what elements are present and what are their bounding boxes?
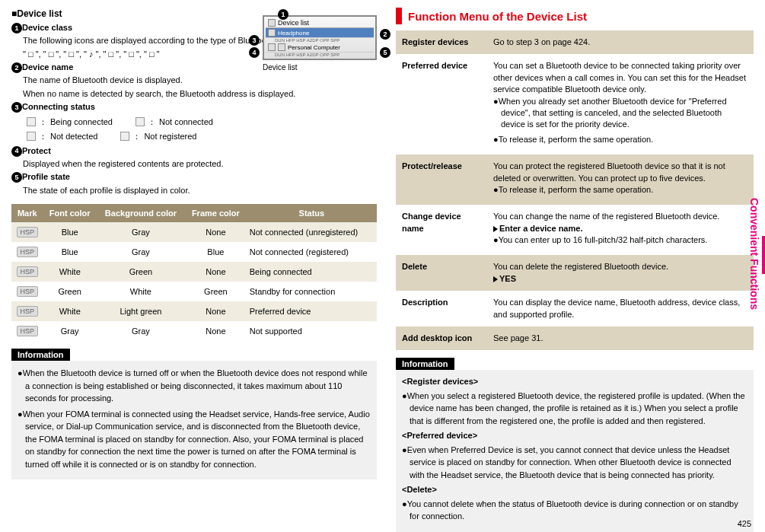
status-icon-notconnected	[135, 117, 145, 126]
img-row2: Personal Computer	[288, 44, 340, 51]
information-label-left: Information	[11, 349, 70, 361]
table-cell: Gray	[97, 242, 185, 262]
info-b-preferred: Even when Preferred Device is set, you c…	[407, 445, 732, 479]
subheading-device-name: Device name	[22, 62, 73, 72]
profile-state-text: The state of each profile is displayed i…	[23, 185, 377, 196]
status-notconnected: Not connected	[159, 117, 213, 126]
device-image-label: Device list	[263, 63, 377, 72]
num-3: 3	[11, 102, 22, 113]
callout-2: 2	[380, 29, 390, 40]
func-key: Add desktop icon	[396, 327, 487, 350]
function-menu-table: Register devicesGo to step 3 on page 424…	[396, 30, 754, 350]
table-cell: HSP	[11, 301, 43, 321]
func-row: DeleteYou can delete the registered Blue…	[396, 255, 754, 291]
info-h-register: <Register devices>	[402, 376, 747, 387]
hsp-badge: HSP	[17, 247, 39, 257]
table-cell: HSP	[11, 321, 43, 341]
func-row: DescriptionYou can display the device na…	[396, 291, 754, 327]
sidebar-marker	[762, 236, 765, 274]
table-cell: None	[185, 321, 247, 341]
table-header: Background color	[97, 204, 185, 222]
hsp-badge: HSP	[17, 227, 39, 237]
info-bullet: ●When the Bluetooth device is turned off…	[18, 367, 371, 405]
func-key: Preferred device	[396, 54, 487, 155]
table-cell: Gray	[97, 222, 185, 242]
hsp-badge: HSP	[17, 326, 39, 336]
subheading-protect: Protect	[22, 146, 51, 155]
num-2: 2	[11, 62, 22, 73]
table-cell: Light green	[97, 301, 185, 321]
subheading-profile-state: Profile state	[22, 172, 70, 181]
device-name-text1: The name of Bluetooth device is displaye…	[23, 75, 377, 86]
profile-state-table: MarkFont colorBackground colorFrame colo…	[11, 204, 377, 341]
sidebar-section-label: Convenient Functions	[748, 198, 760, 310]
page-number: 425	[738, 519, 751, 528]
left-column: 1 3 4 2 5 Device list Headphone DUN HFP …	[11, 8, 377, 532]
table-cell: Blue	[43, 222, 97, 242]
func-key: Description	[396, 291, 487, 327]
table-header: Font color	[43, 204, 97, 222]
func-key: Change device name	[396, 205, 487, 255]
table-row: HSPWhiteGreenNoneBeing connected	[11, 262, 377, 282]
table-cell: White	[43, 262, 97, 282]
callout-3: 3	[249, 35, 260, 46]
table-cell: Standby for connection	[247, 282, 377, 301]
table-cell: HSP	[11, 222, 43, 242]
table-cell: Preferred device	[247, 301, 377, 321]
subheading-connecting-status: Connecting status	[22, 102, 95, 111]
table-cell: Blue	[43, 242, 97, 262]
table-row: HSPBlueGrayBlueNot connected (registered…	[11, 242, 377, 262]
func-value: Go to step 3 on page 424.	[487, 30, 754, 54]
func-row: Add desktop iconSee page 31.	[396, 327, 754, 350]
func-row: Preferred deviceYou can set a Bluetooth …	[396, 54, 754, 155]
table-cell: Gray	[43, 321, 97, 341]
func-key: Register devices	[396, 30, 487, 54]
info-h-preferred: <Preferred device>	[402, 430, 747, 441]
hsp-badge: HSP	[17, 266, 39, 277]
headphone-icon	[268, 29, 276, 37]
list-icon	[268, 19, 276, 27]
device-name-text2: When no name is detected by search, the …	[23, 88, 377, 100]
status-notregistered: Not registered	[144, 132, 196, 141]
func-row: Change device nameYou can change the nam…	[396, 205, 754, 255]
func-row: Register devicesGo to step 3 on page 424…	[396, 30, 754, 54]
information-box-right: <Register devices> ●When you select a re…	[396, 370, 754, 531]
table-row: HSPGreenWhiteGreenStandby for connection	[11, 282, 377, 301]
subheading-device-class: Device class	[22, 23, 72, 32]
hsp-badge: HSP	[17, 306, 39, 317]
callout-5: 5	[380, 47, 390, 58]
func-value: You can display the device name, Bluetoo…	[487, 291, 754, 327]
table-cell: Green	[43, 282, 97, 301]
table-cell: Being connected	[247, 262, 377, 282]
protect-text: Displayed when the registered contents a…	[23, 158, 377, 170]
table-header: Frame color	[185, 204, 247, 222]
pc-icon	[268, 43, 276, 51]
table-cell: White	[97, 282, 185, 301]
callout-4: 4	[249, 47, 260, 58]
hsp-badge: HSP	[17, 286, 39, 297]
info-b-delete: You cannot delete when the status of Blu…	[407, 499, 738, 521]
table-cell: HSP	[11, 282, 43, 301]
table-cell: Green	[185, 282, 247, 301]
func-key: Protect/release	[396, 155, 487, 205]
func-row: Protect/releaseYou can protect the regis…	[396, 155, 754, 205]
table-row: HSPWhiteLight greenNonePreferred device	[11, 301, 377, 321]
device-list-image: 1 3 4 2 5 Device list Headphone DUN HFP …	[263, 15, 377, 72]
status-notdetected: Not detected	[50, 132, 97, 141]
table-cell: None	[185, 262, 247, 282]
table-row: HSPGrayGrayNoneNot supported	[11, 321, 377, 341]
table-header: Status	[247, 204, 377, 222]
information-box-left: ●When the Bluetooth device is turned off…	[11, 361, 377, 479]
func-value: You can set a Bluetooth device to be con…	[487, 54, 754, 155]
information-label-right: Information	[396, 358, 454, 370]
info-bullet: ●When your FOMA terminal is connected us…	[18, 408, 371, 471]
table-cell: Not connected (registered)	[247, 242, 377, 262]
num-1: 1	[11, 23, 22, 33]
table-cell: White	[43, 301, 97, 321]
func-value: You can protect the registered Bluetooth…	[487, 155, 754, 205]
table-cell: Green	[97, 262, 185, 282]
table-cell: None	[185, 222, 247, 242]
table-cell: None	[185, 301, 247, 321]
img-row1: Headphone	[278, 30, 309, 37]
info-h-delete: <Delete>	[402, 484, 747, 495]
